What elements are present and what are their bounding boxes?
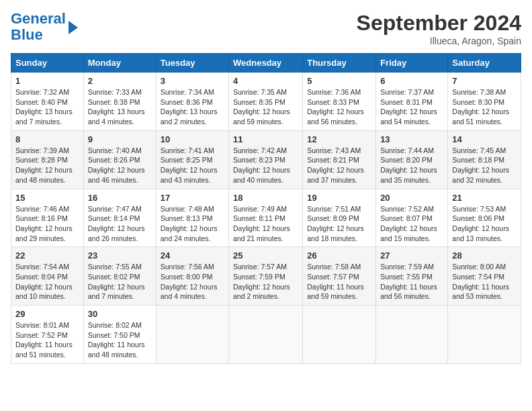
calendar-cell: 1Sunrise: 7:32 AMSunset: 8:40 PMDaylight… [11,73,84,131]
cell-content: Sunrise: 7:52 AMSunset: 8:07 PMDaylight:… [380,204,443,244]
cell-content: Sunrise: 7:46 AMSunset: 8:16 PMDaylight:… [15,204,79,244]
day-number: 28 [452,250,517,261]
cell-line: Daylight: 11 hours [452,283,509,291]
day-number: 22 [15,250,79,261]
cell-line: Sunrise: 7:44 AM [380,146,434,154]
day-number: 21 [452,193,517,203]
calendar-cell: 20Sunrise: 7:52 AMSunset: 8:07 PMDayligh… [376,189,448,247]
cell-line: Sunset: 8:06 PM [452,214,504,222]
cell-line: Daylight: 12 hours [233,107,290,116]
calendar-week-row: 8Sunrise: 7:39 AMSunset: 8:28 PMDaylight… [11,130,521,189]
cell-line: and 37 minutes. [307,176,357,184]
day-number: 13 [380,134,443,144]
cell-line: Daylight: 13 hours [161,107,218,116]
cell-line: Sunset: 7:52 PM [15,331,68,339]
cell-content: Sunrise: 7:47 AMSunset: 8:14 PMDaylight:… [88,204,152,244]
cell-content: Sunrise: 7:53 AMSunset: 8:06 PMDaylight:… [452,204,517,244]
cell-line: Sunset: 8:31 PM [380,98,433,106]
cell-content: Sunrise: 7:35 AMSunset: 8:35 PMDaylight:… [233,87,298,127]
cell-line: and 35 minutes. [380,176,431,184]
cell-line: Daylight: 12 hours [15,166,73,174]
cell-line: Sunset: 8:02 PM [88,273,140,281]
day-number: 4 [233,76,298,86]
cell-line: and 53 minutes. [452,292,502,300]
cell-line: and 29 minutes. [15,234,66,242]
cell-line: Sunrise: 8:02 AM [88,321,142,329]
cell-line: Sunrise: 7:52 AM [380,205,434,213]
cell-line: Daylight: 12 hours [452,224,509,232]
cell-content: Sunrise: 7:45 AMSunset: 8:18 PMDaylight:… [452,146,517,185]
cell-line: Daylight: 12 hours [15,283,73,291]
calendar-cell: 29Sunrise: 8:01 AMSunset: 7:52 PMDayligh… [11,306,84,364]
day-number: 29 [15,309,79,319]
month-title: September 2024 [357,11,521,36]
cell-line: Daylight: 12 hours [307,166,364,174]
cell-line: Sunrise: 7:58 AM [307,263,361,271]
cell-content: Sunrise: 7:41 AMSunset: 8:25 PMDaylight:… [161,146,224,185]
calendar-cell: 14Sunrise: 7:45 AMSunset: 8:18 PMDayligh… [448,130,521,189]
day-number: 16 [88,193,152,203]
cell-content: Sunrise: 7:48 AMSunset: 8:13 PMDaylight:… [161,204,224,244]
cell-line: Daylight: 12 hours [380,224,437,232]
calendar-cell: 3Sunrise: 7:34 AMSunset: 8:36 PMDaylight… [156,73,228,131]
cell-line: and 7 minutes. [88,292,134,300]
calendar-cell: 4Sunrise: 7:35 AMSunset: 8:35 PMDaylight… [229,73,303,131]
cell-line: Sunrise: 7:55 AM [88,263,142,271]
cell-line: and 43 minutes. [161,176,211,184]
cell-line: and 2 minutes. [161,118,207,126]
cell-content: Sunrise: 7:56 AMSunset: 8:00 PMDaylight:… [161,262,224,302]
calendar-cell: 30Sunrise: 8:02 AMSunset: 7:50 PMDayligh… [83,306,156,364]
cell-line: Sunrise: 7:45 AM [452,146,506,154]
cell-line: and 48 minutes. [88,351,138,359]
day-number: 25 [233,250,298,261]
day-number: 2 [88,76,152,86]
calendar-cell: 13Sunrise: 7:44 AMSunset: 8:20 PMDayligh… [376,130,448,189]
cell-line: Daylight: 12 hours [380,107,437,116]
cell-line: Sunset: 8:36 PM [161,98,213,106]
cell-line: Daylight: 12 hours [233,166,290,174]
cell-line: Sunrise: 7:37 AM [380,88,434,96]
cell-content: Sunrise: 7:57 AMSunset: 7:59 PMDaylight:… [233,262,298,302]
cell-line: Sunrise: 7:54 AM [15,263,69,271]
cell-line: Sunset: 8:04 PM [15,273,68,281]
calendar-week-row: 29Sunrise: 8:01 AMSunset: 7:52 PMDayligh… [11,306,521,364]
cell-line: Daylight: 12 hours [307,224,364,232]
cell-line: Sunset: 8:25 PM [161,156,213,164]
cell-line: Sunset: 8:14 PM [88,214,140,222]
cell-line: Sunset: 8:23 PM [233,156,285,164]
cell-line: Daylight: 11 hours [15,340,73,349]
day-number: 27 [380,250,443,261]
day-number: 20 [380,193,443,203]
cell-line: Sunset: 8:30 PM [452,98,504,106]
cell-line: Daylight: 12 hours [88,166,145,174]
cell-line: and 32 minutes. [452,176,502,184]
cell-content: Sunrise: 7:33 AMSunset: 8:38 PMDaylight:… [88,87,152,127]
day-number: 18 [233,193,298,203]
cell-line: Sunrise: 7:51 AM [307,205,361,213]
cell-line: Sunset: 7:50 PM [88,331,140,339]
cell-line: Sunset: 7:55 PM [380,273,433,281]
cell-line: and 21 minutes. [233,234,283,242]
calendar-cell: 27Sunrise: 7:59 AMSunset: 7:55 PMDayligh… [376,247,448,306]
calendar-cell [448,306,521,364]
cell-line: and 13 minutes. [452,234,502,242]
cell-line: Sunrise: 7:48 AM [161,205,214,213]
day-number: 26 [307,250,371,261]
day-number: 24 [161,250,224,261]
calendar-cell: 12Sunrise: 7:43 AMSunset: 8:21 PMDayligh… [303,130,376,189]
calendar-cell [229,306,303,364]
cell-content: Sunrise: 7:38 AMSunset: 8:30 PMDaylight:… [452,87,517,127]
cell-line: Sunset: 8:00 PM [161,273,213,281]
day-number: 17 [161,193,224,203]
cell-line: and 18 minutes. [307,234,357,242]
cell-line: Daylight: 12 hours [88,283,145,291]
calendar-cell: 28Sunrise: 8:00 AMSunset: 7:54 PMDayligh… [448,247,521,306]
calendar-cell: 18Sunrise: 7:49 AMSunset: 8:11 PMDayligh… [229,189,303,247]
cell-line: Daylight: 11 hours [307,283,364,291]
calendar-cell: 23Sunrise: 7:55 AMSunset: 8:02 PMDayligh… [83,247,156,306]
location: Illueca, Aragon, Spain [357,36,521,46]
calendar-cell [376,306,448,364]
calendar-cell: 7Sunrise: 7:38 AMSunset: 8:30 PMDaylight… [448,73,521,131]
cell-line: Sunset: 8:13 PM [161,214,213,222]
logo-text: General Blue [11,11,66,43]
